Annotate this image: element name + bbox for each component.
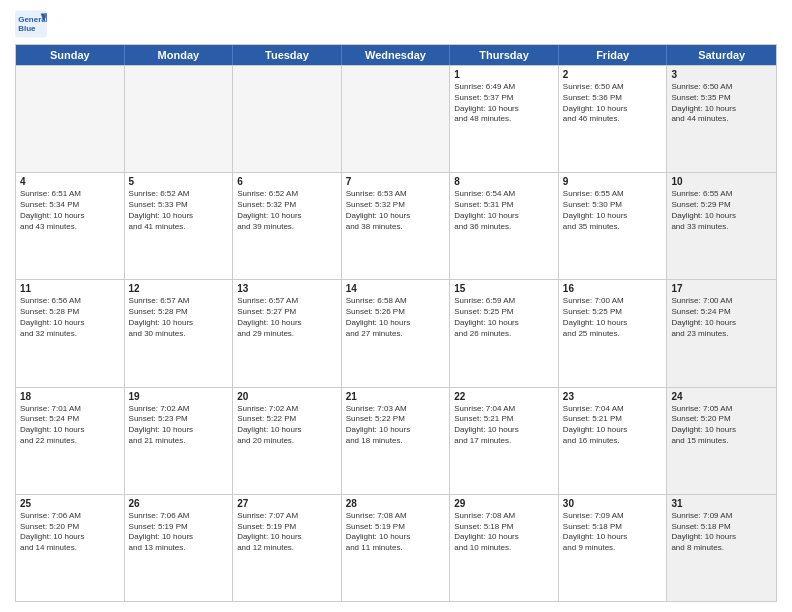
- calendar-day-17: 17Sunrise: 7:00 AM Sunset: 5:24 PM Dayli…: [667, 280, 776, 386]
- calendar-row-3: 11Sunrise: 6:56 AM Sunset: 5:28 PM Dayli…: [16, 279, 776, 386]
- calendar-empty-cell: [125, 66, 234, 172]
- day-number: 29: [454, 498, 554, 509]
- calendar-day-14: 14Sunrise: 6:58 AM Sunset: 5:26 PM Dayli…: [342, 280, 451, 386]
- weekday-header-thursday: Thursday: [450, 45, 559, 65]
- day-number: 18: [20, 391, 120, 402]
- day-number: 24: [671, 391, 772, 402]
- day-info: Sunrise: 7:07 AM Sunset: 5:19 PM Dayligh…: [237, 511, 337, 554]
- day-number: 19: [129, 391, 229, 402]
- calendar-body: 1Sunrise: 6:49 AM Sunset: 5:37 PM Daylig…: [16, 65, 776, 601]
- calendar-day-24: 24Sunrise: 7:05 AM Sunset: 5:20 PM Dayli…: [667, 388, 776, 494]
- calendar-day-1: 1Sunrise: 6:49 AM Sunset: 5:37 PM Daylig…: [450, 66, 559, 172]
- calendar-day-13: 13Sunrise: 6:57 AM Sunset: 5:27 PM Dayli…: [233, 280, 342, 386]
- weekday-header-sunday: Sunday: [16, 45, 125, 65]
- day-number: 1: [454, 69, 554, 80]
- weekday-header-saturday: Saturday: [667, 45, 776, 65]
- day-info: Sunrise: 7:02 AM Sunset: 5:23 PM Dayligh…: [129, 404, 229, 447]
- day-info: Sunrise: 7:08 AM Sunset: 5:18 PM Dayligh…: [454, 511, 554, 554]
- day-info: Sunrise: 6:51 AM Sunset: 5:34 PM Dayligh…: [20, 189, 120, 232]
- calendar-empty-cell: [16, 66, 125, 172]
- calendar-header-row: SundayMondayTuesdayWednesdayThursdayFrid…: [16, 45, 776, 65]
- day-info: Sunrise: 6:53 AM Sunset: 5:32 PM Dayligh…: [346, 189, 446, 232]
- calendar-day-29: 29Sunrise: 7:08 AM Sunset: 5:18 PM Dayli…: [450, 495, 559, 601]
- day-number: 5: [129, 176, 229, 187]
- calendar-day-7: 7Sunrise: 6:53 AM Sunset: 5:32 PM Daylig…: [342, 173, 451, 279]
- calendar-day-23: 23Sunrise: 7:04 AM Sunset: 5:21 PM Dayli…: [559, 388, 668, 494]
- weekday-header-wednesday: Wednesday: [342, 45, 451, 65]
- day-info: Sunrise: 6:55 AM Sunset: 5:29 PM Dayligh…: [671, 189, 772, 232]
- day-info: Sunrise: 7:08 AM Sunset: 5:19 PM Dayligh…: [346, 511, 446, 554]
- day-info: Sunrise: 6:56 AM Sunset: 5:28 PM Dayligh…: [20, 296, 120, 339]
- day-info: Sunrise: 6:59 AM Sunset: 5:25 PM Dayligh…: [454, 296, 554, 339]
- day-number: 25: [20, 498, 120, 509]
- calendar-day-12: 12Sunrise: 6:57 AM Sunset: 5:28 PM Dayli…: [125, 280, 234, 386]
- calendar-day-4: 4Sunrise: 6:51 AM Sunset: 5:34 PM Daylig…: [16, 173, 125, 279]
- calendar-day-31: 31Sunrise: 7:09 AM Sunset: 5:18 PM Dayli…: [667, 495, 776, 601]
- logo-icon: General Blue: [15, 10, 47, 38]
- calendar-day-30: 30Sunrise: 7:09 AM Sunset: 5:18 PM Dayli…: [559, 495, 668, 601]
- day-info: Sunrise: 6:57 AM Sunset: 5:27 PM Dayligh…: [237, 296, 337, 339]
- calendar-empty-cell: [342, 66, 451, 172]
- svg-text:Blue: Blue: [18, 24, 36, 33]
- day-info: Sunrise: 7:09 AM Sunset: 5:18 PM Dayligh…: [671, 511, 772, 554]
- calendar-day-21: 21Sunrise: 7:03 AM Sunset: 5:22 PM Dayli…: [342, 388, 451, 494]
- calendar-row-4: 18Sunrise: 7:01 AM Sunset: 5:24 PM Dayli…: [16, 387, 776, 494]
- calendar-day-25: 25Sunrise: 7:06 AM Sunset: 5:20 PM Dayli…: [16, 495, 125, 601]
- calendar-row-2: 4Sunrise: 6:51 AM Sunset: 5:34 PM Daylig…: [16, 172, 776, 279]
- day-number: 8: [454, 176, 554, 187]
- calendar-day-3: 3Sunrise: 6:50 AM Sunset: 5:35 PM Daylig…: [667, 66, 776, 172]
- calendar-day-16: 16Sunrise: 7:00 AM Sunset: 5:25 PM Dayli…: [559, 280, 668, 386]
- calendar-day-6: 6Sunrise: 6:52 AM Sunset: 5:32 PM Daylig…: [233, 173, 342, 279]
- day-number: 3: [671, 69, 772, 80]
- day-info: Sunrise: 7:02 AM Sunset: 5:22 PM Dayligh…: [237, 404, 337, 447]
- day-number: 2: [563, 69, 663, 80]
- weekday-header-tuesday: Tuesday: [233, 45, 342, 65]
- day-info: Sunrise: 7:06 AM Sunset: 5:19 PM Dayligh…: [129, 511, 229, 554]
- day-number: 22: [454, 391, 554, 402]
- calendar-day-8: 8Sunrise: 6:54 AM Sunset: 5:31 PM Daylig…: [450, 173, 559, 279]
- day-info: Sunrise: 6:52 AM Sunset: 5:33 PM Dayligh…: [129, 189, 229, 232]
- day-number: 20: [237, 391, 337, 402]
- day-number: 7: [346, 176, 446, 187]
- calendar: SundayMondayTuesdayWednesdayThursdayFrid…: [15, 44, 777, 602]
- weekday-header-monday: Monday: [125, 45, 234, 65]
- day-info: Sunrise: 6:57 AM Sunset: 5:28 PM Dayligh…: [129, 296, 229, 339]
- calendar-day-15: 15Sunrise: 6:59 AM Sunset: 5:25 PM Dayli…: [450, 280, 559, 386]
- day-number: 4: [20, 176, 120, 187]
- day-info: Sunrise: 7:04 AM Sunset: 5:21 PM Dayligh…: [454, 404, 554, 447]
- day-info: Sunrise: 7:09 AM Sunset: 5:18 PM Dayligh…: [563, 511, 663, 554]
- day-info: Sunrise: 6:49 AM Sunset: 5:37 PM Dayligh…: [454, 82, 554, 125]
- day-info: Sunrise: 6:58 AM Sunset: 5:26 PM Dayligh…: [346, 296, 446, 339]
- day-number: 13: [237, 283, 337, 294]
- day-info: Sunrise: 7:00 AM Sunset: 5:25 PM Dayligh…: [563, 296, 663, 339]
- day-info: Sunrise: 7:03 AM Sunset: 5:22 PM Dayligh…: [346, 404, 446, 447]
- day-number: 15: [454, 283, 554, 294]
- day-info: Sunrise: 7:06 AM Sunset: 5:20 PM Dayligh…: [20, 511, 120, 554]
- calendar-day-5: 5Sunrise: 6:52 AM Sunset: 5:33 PM Daylig…: [125, 173, 234, 279]
- calendar-day-22: 22Sunrise: 7:04 AM Sunset: 5:21 PM Dayli…: [450, 388, 559, 494]
- weekday-header-friday: Friday: [559, 45, 668, 65]
- header: General Blue: [15, 10, 777, 38]
- day-info: Sunrise: 6:54 AM Sunset: 5:31 PM Dayligh…: [454, 189, 554, 232]
- day-info: Sunrise: 7:00 AM Sunset: 5:24 PM Dayligh…: [671, 296, 772, 339]
- day-info: Sunrise: 6:52 AM Sunset: 5:32 PM Dayligh…: [237, 189, 337, 232]
- day-number: 16: [563, 283, 663, 294]
- day-info: Sunrise: 7:01 AM Sunset: 5:24 PM Dayligh…: [20, 404, 120, 447]
- day-number: 11: [20, 283, 120, 294]
- calendar-day-18: 18Sunrise: 7:01 AM Sunset: 5:24 PM Dayli…: [16, 388, 125, 494]
- day-number: 27: [237, 498, 337, 509]
- calendar-day-28: 28Sunrise: 7:08 AM Sunset: 5:19 PM Dayli…: [342, 495, 451, 601]
- calendar-empty-cell: [233, 66, 342, 172]
- day-info: Sunrise: 7:05 AM Sunset: 5:20 PM Dayligh…: [671, 404, 772, 447]
- calendar-day-27: 27Sunrise: 7:07 AM Sunset: 5:19 PM Dayli…: [233, 495, 342, 601]
- day-number: 21: [346, 391, 446, 402]
- day-number: 28: [346, 498, 446, 509]
- calendar-day-26: 26Sunrise: 7:06 AM Sunset: 5:19 PM Dayli…: [125, 495, 234, 601]
- day-info: Sunrise: 6:50 AM Sunset: 5:35 PM Dayligh…: [671, 82, 772, 125]
- calendar-row-5: 25Sunrise: 7:06 AM Sunset: 5:20 PM Dayli…: [16, 494, 776, 601]
- calendar-day-11: 11Sunrise: 6:56 AM Sunset: 5:28 PM Dayli…: [16, 280, 125, 386]
- day-number: 17: [671, 283, 772, 294]
- calendar-row-1: 1Sunrise: 6:49 AM Sunset: 5:37 PM Daylig…: [16, 65, 776, 172]
- calendar-day-19: 19Sunrise: 7:02 AM Sunset: 5:23 PM Dayli…: [125, 388, 234, 494]
- day-info: Sunrise: 6:50 AM Sunset: 5:36 PM Dayligh…: [563, 82, 663, 125]
